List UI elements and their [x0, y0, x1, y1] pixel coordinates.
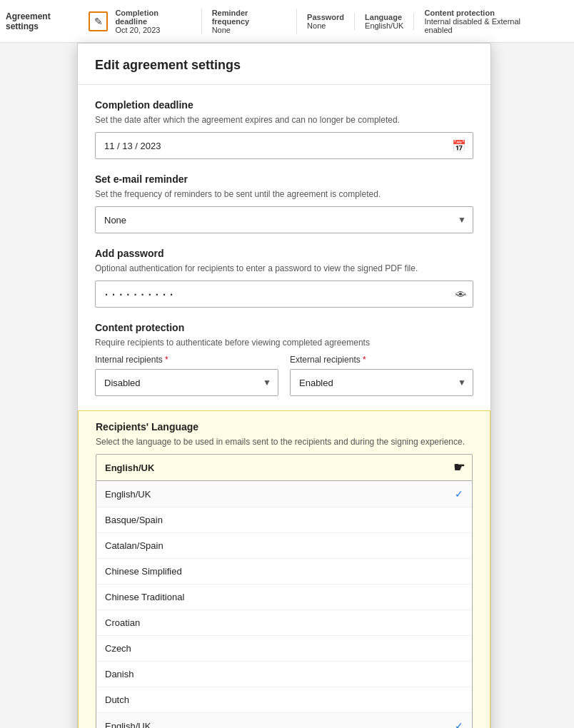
topbar-completion-deadline: Completion deadline Oct 20, 2023 [115, 9, 201, 34]
password-input[interactable]: ·········· [95, 280, 473, 308]
language-option-name: Basque/Spain [105, 515, 163, 525]
topbar-language: Language English/UK [365, 13, 414, 30]
internal-recipients-select[interactable]: Disabled Enabled [95, 369, 278, 396]
calendar-icon[interactable]: 📅 [452, 139, 466, 153]
language-option-name: English/UK [105, 721, 151, 729]
completion-deadline-section-desc: Set the date after which the agreement e… [95, 115, 473, 125]
recipients-row: Internal recipients * Disabled Enabled ▼… [95, 355, 473, 396]
internal-recipients-label: Internal recipients * [95, 355, 278, 365]
password-label: Password [307, 13, 344, 21]
completion-deadline-section: Completion deadline Set the date after w… [95, 99, 473, 159]
language-option[interactable]: Danish [96, 662, 472, 687]
date-value: 11 / 13 / 2023 [104, 141, 161, 151]
topbar-reminder-frequency: Reminder frequency None [212, 9, 297, 34]
language-option-name: Croatian [105, 617, 140, 628]
language-option[interactable]: Czech [96, 636, 472, 662]
recipients-language-section: Recipients' Language Select the language… [78, 410, 490, 728]
checkmark-icon: ✓ [455, 488, 463, 500]
modal-body: Completion deadline Set the date after w… [78, 85, 490, 728]
agreement-settings-label: Agreement settings [6, 11, 84, 31]
language-option[interactable]: Chinese Simplified [96, 559, 472, 585]
content-protection-section: Content protection Require recipients to… [95, 322, 473, 396]
content-protection-title: Content protection [95, 322, 473, 333]
email-reminder-section: Set e-mail reminder Set the frequency of… [95, 173, 473, 233]
reminder-frequency-value: None [212, 26, 286, 34]
edit-agreement-settings-modal: Edit agreement settings Completion deadl… [77, 43, 491, 728]
password-dots-display: ·········· [104, 285, 176, 303]
language-option[interactable]: English/UK✓ [96, 713, 472, 728]
language-option-name: Danish [105, 669, 134, 679]
external-select-wrap: Disabled Enabled ▼ [290, 369, 473, 396]
language-section-title: Recipients' Language [96, 421, 473, 433]
internal-select-wrap: Disabled Enabled ▼ [95, 369, 278, 396]
password-value: None [307, 21, 344, 30]
reminder-select-wrap: None Daily Weekly Monthly ▼ [95, 206, 473, 233]
topbar-content-protection: Content protection Internal disabled & E… [424, 9, 558, 34]
language-label: Language [365, 13, 403, 21]
add-password-section: Add password Optional authentication for… [95, 248, 473, 308]
content-protection-desc: Require recipients to authenticate befor… [95, 338, 473, 348]
internal-recipients-col: Internal recipients * Disabled Enabled ▼ [95, 355, 278, 396]
completion-deadline-value: Oct 20, 2023 [115, 26, 191, 34]
add-password-desc: Optional authentication for recipients t… [95, 263, 473, 273]
email-reminder-desc: Set the frequency of reminders to be sen… [95, 189, 473, 199]
reminder-frequency-select[interactable]: None Daily Weekly Monthly [95, 206, 473, 233]
edit-agreement-settings-button[interactable]: ✎ [89, 11, 109, 31]
language-option[interactable]: Basque/Spain [96, 507, 472, 533]
date-input-wrap: 11 / 13 / 2023 📅 [95, 132, 473, 159]
topbar-password: Password None [307, 13, 355, 30]
content-protection-value: Internal disabled & External enabled [424, 17, 548, 34]
language-option[interactable]: Catalan/Spain [96, 533, 472, 559]
external-recipients-select[interactable]: Disabled Enabled [290, 369, 473, 396]
language-option-name: Czech [105, 643, 131, 654]
language-option[interactable]: Chinese Traditional [96, 585, 472, 610]
modal-title: Edit agreement settings [78, 44, 490, 85]
reminder-frequency-label: Reminder frequency [212, 9, 286, 26]
language-option-name: Catalan/Spain [105, 540, 163, 551]
external-required-star: * [363, 355, 366, 365]
top-bar: Agreement settings ✎ Completion deadline… [0, 0, 574, 43]
internal-required-star: * [165, 355, 168, 365]
language-option-name: Dutch [105, 694, 129, 705]
completion-deadline-label: Completion deadline [115, 9, 191, 26]
language-section-desc: Select the language to be used in emails… [96, 437, 473, 447]
edit-icon: ✎ [94, 16, 103, 27]
language-option[interactable]: Croatian [96, 610, 472, 636]
checkmark-icon: ✓ [455, 720, 463, 728]
language-option-name: Chinese Traditional [105, 592, 184, 602]
add-password-title: Add password [95, 248, 473, 259]
password-input-wrap: ·········· 👁 [95, 280, 473, 308]
date-input[interactable]: 11 / 13 / 2023 [95, 132, 473, 159]
language-dropdown-list: English/UK✓Basque/SpainCatalan/SpainChin… [96, 481, 473, 728]
content-protection-label: Content protection [424, 9, 548, 17]
language-option[interactable]: Dutch [96, 687, 472, 713]
language-option[interactable]: English/UK✓ [96, 481, 472, 507]
language-option-name: English/UK [105, 489, 151, 500]
email-reminder-title: Set e-mail reminder [95, 173, 473, 185]
eye-icon[interactable]: 👁 [455, 288, 466, 300]
hand-cursor-icon: ☛ [453, 460, 465, 475]
external-recipients-label: External recipients * [290, 355, 473, 365]
language-option-name: Chinese Simplified [105, 566, 182, 577]
language-selected-display[interactable]: English/UK ☛ [96, 454, 473, 481]
selected-language-text: English/UK [105, 462, 154, 473]
completion-deadline-section-title: Completion deadline [95, 99, 473, 111]
external-recipients-col: External recipients * Disabled Enabled ▼ [290, 355, 473, 396]
language-value: English/UK [365, 21, 403, 30]
